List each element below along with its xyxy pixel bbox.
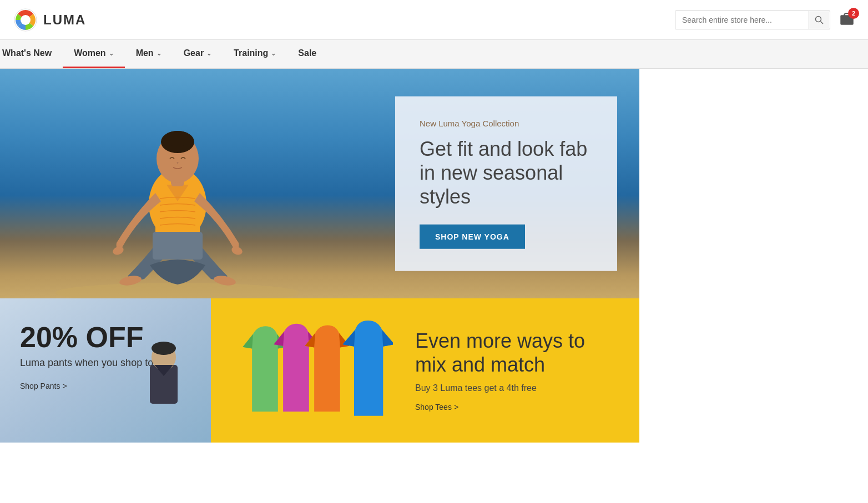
chevron-down-icon: ⌄ bbox=[109, 50, 114, 57]
svg-point-2 bbox=[816, 16, 821, 22]
tees-visual bbox=[238, 321, 393, 420]
nav-item-sale[interactable]: Sale bbox=[287, 40, 327, 68]
tees-svg bbox=[238, 315, 393, 420]
logo-text: LUMA bbox=[43, 12, 86, 28]
svg-point-13 bbox=[112, 245, 125, 256]
nav-item-training[interactable]: Training ⌄ bbox=[223, 40, 287, 68]
luma-logo-icon bbox=[13, 8, 38, 32]
hero-content-box: New Luma Yoga Collection Get fit and loo… bbox=[395, 96, 617, 271]
hero-title: Get fit and look fab in new seasonal sty… bbox=[420, 137, 593, 209]
cart-badge: 2 bbox=[848, 8, 859, 19]
nav-item-gear[interactable]: Gear ⌄ bbox=[173, 40, 223, 68]
cart-icon-wrap: 2 bbox=[839, 11, 855, 29]
chevron-down-icon: ⌄ bbox=[206, 50, 211, 57]
search-bar[interactable] bbox=[675, 11, 830, 29]
shop-new-yoga-button[interactable]: Shop New Yoga bbox=[420, 224, 525, 248]
main-nav: What's New Women ⌄ Men ⌄ Gear ⌄ Training… bbox=[0, 40, 868, 69]
svg-point-20 bbox=[152, 342, 176, 355]
svg-point-14 bbox=[230, 245, 244, 256]
nav-item-whats-new[interactable]: What's New bbox=[0, 40, 63, 68]
promo-left: 20% OFF Luma pants when you shop today* … bbox=[0, 298, 211, 443]
header-right: 2 bbox=[675, 11, 855, 29]
svg-rect-17 bbox=[153, 232, 203, 260]
chevron-down-icon: ⌄ bbox=[271, 50, 276, 57]
chevron-down-icon: ⌄ bbox=[157, 50, 162, 57]
man-figure bbox=[128, 332, 200, 443]
hero-banner: New Luma Yoga Collection Get fit and loo… bbox=[0, 69, 639, 298]
search-button[interactable] bbox=[809, 11, 829, 29]
search-icon bbox=[815, 16, 824, 24]
cart-area[interactable]: 2 bbox=[839, 11, 855, 29]
nav-item-men[interactable]: Men ⌄ bbox=[125, 40, 173, 68]
shop-pants-link[interactable]: Shop Pants > bbox=[20, 382, 67, 390]
promo-right-text: Even more ways to mix and match Buy 3 Lu… bbox=[415, 329, 613, 412]
svg-point-12 bbox=[164, 131, 191, 146]
svg-point-1 bbox=[21, 15, 31, 25]
search-input[interactable] bbox=[675, 11, 809, 29]
svg-point-6 bbox=[55, 283, 300, 298]
yoga-figure bbox=[44, 77, 311, 298]
header: LUMA 2 bbox=[0, 0, 868, 40]
nav-item-women[interactable]: Women ⌄ bbox=[63, 40, 124, 68]
hero-subtitle: New Luma Yoga Collection bbox=[420, 119, 593, 128]
promo-right-subtitle: Buy 3 Luma tees get a 4th free bbox=[415, 383, 613, 393]
logo-area[interactable]: LUMA bbox=[13, 8, 86, 32]
promo-right: Even more ways to mix and match Buy 3 Lu… bbox=[211, 298, 639, 443]
promo-right-title: Even more ways to mix and match bbox=[415, 329, 613, 377]
shop-tees-link[interactable]: Shop Tees > bbox=[415, 403, 458, 411]
svg-line-3 bbox=[821, 21, 824, 24]
promo-row: 20% OFF Luma pants when you shop today* … bbox=[0, 298, 639, 443]
